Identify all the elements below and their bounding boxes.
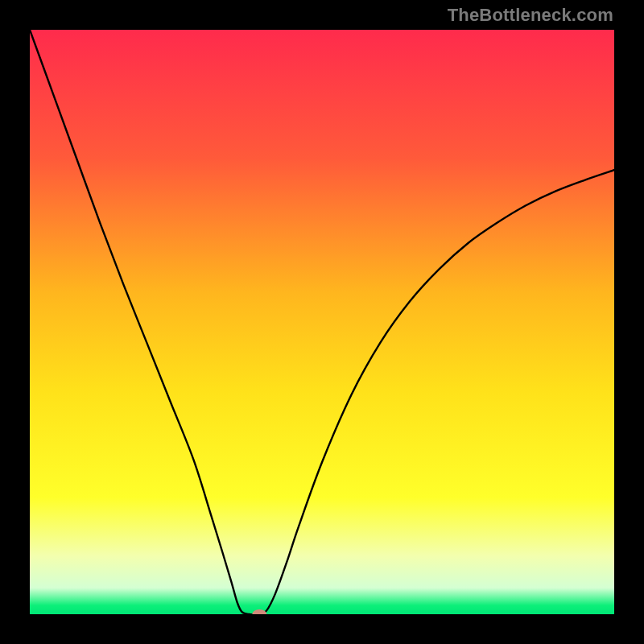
watermark-text: TheBottleneck.com xyxy=(448,5,613,26)
gradient-background xyxy=(30,30,614,614)
plot-area xyxy=(30,30,614,614)
bottleneck-chart xyxy=(30,30,614,614)
chart-frame: TheBottleneck.com xyxy=(0,0,644,644)
